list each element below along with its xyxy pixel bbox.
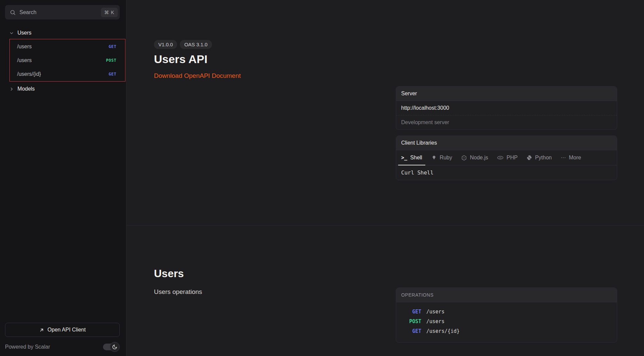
tab-php[interactable]: php PHP — [497, 150, 518, 165]
endpoint-path: /users/{id} — [17, 71, 109, 77]
svg-text:js: js — [463, 157, 465, 159]
arrow-up-right-icon — [39, 327, 44, 333]
sidebar-item-get-users[interactable]: /users GET — [10, 40, 125, 53]
powered-by-scalar-link[interactable]: Powered by Scalar — [5, 344, 50, 350]
section-heading: Users — [154, 267, 202, 280]
operation-link-post-users[interactable]: POST /users — [401, 317, 612, 326]
chevron-right-icon — [9, 87, 14, 91]
operation-link-get-users-id[interactable]: GET /users/{id} — [401, 326, 612, 336]
tab-label: Node.js — [470, 155, 488, 161]
operations-list: GET /users POST /users GET /users/{id} — [396, 302, 617, 342]
main-content: V1.0.0 OAS 3.1.0 Users API Download Open… — [126, 0, 644, 356]
server-card-title: Server — [396, 87, 617, 101]
search-input[interactable]: Search ⌘ K — [5, 5, 120, 19]
operation-link-get-users[interactable]: GET /users — [401, 307, 612, 317]
tab-label: Ruby — [440, 155, 452, 161]
client-library-snippet: Curl Shell — [396, 165, 617, 180]
php-icon: php — [497, 156, 503, 160]
method-badge: GET — [401, 326, 421, 336]
tab-label: Python — [535, 155, 552, 161]
search-icon — [10, 9, 16, 15]
nodejs-hexagon-icon: js — [461, 155, 467, 161]
dark-mode-toggle[interactable] — [103, 342, 120, 352]
chevron-down-icon — [9, 31, 14, 35]
open-api-client-button[interactable]: Open API Client — [5, 323, 120, 337]
operation-path: /users — [426, 317, 444, 326]
tab-more[interactable]: More — [561, 150, 581, 165]
page-title: Users API — [154, 53, 241, 66]
method-badge: GET — [109, 72, 116, 77]
server-card: Server http://localhost:3000 Development… — [396, 86, 617, 130]
tab-label: PHP — [506, 155, 518, 161]
sidebar-group-label: Users — [17, 30, 32, 36]
method-badge: GET — [401, 307, 421, 317]
sidebar-footer: Open API Client Powered by Scalar — [0, 323, 126, 356]
section-divider — [126, 225, 644, 225]
sidebar-nav: Users /users GET /users POST /users/{id}… — [0, 19, 126, 323]
client-libraries-card: Client Libraries >_ Shell Ruby js — [396, 136, 617, 180]
operations-card-title: OPERATIONS — [396, 288, 617, 302]
python-icon — [527, 155, 532, 160]
download-openapi-link[interactable]: Download OpenAPI Document — [154, 72, 241, 80]
search-placeholder: Search — [19, 9, 97, 15]
server-description: Development server — [396, 115, 617, 130]
tab-python[interactable]: Python — [527, 150, 552, 165]
open-api-client-label: Open API Client — [48, 327, 86, 333]
sidebar-group-label: Models — [17, 86, 35, 92]
server-url[interactable]: http://localhost:3000 — [396, 101, 617, 115]
search-shortcut-badge: ⌘ K — [101, 8, 118, 17]
section-description: Users operations — [154, 288, 202, 296]
endpoint-path: /users — [17, 44, 109, 50]
tab-nodejs[interactable]: js Node.js — [461, 150, 488, 165]
client-libraries-title: Client Libraries — [396, 136, 617, 150]
client-libraries-tabs: >_ Shell Ruby js Node.js — [396, 150, 617, 165]
version-badge: V1.0.0 — [154, 40, 177, 49]
api-intro: V1.0.0 OAS 3.1.0 Users API Download Open… — [154, 40, 241, 80]
annotation-highlight-box: /users GET /users POST /users/{id} GET — [9, 39, 125, 82]
oas-badge: OAS 3.1.0 — [180, 40, 212, 49]
method-badge: POST — [401, 317, 421, 326]
tab-label: More — [569, 155, 581, 161]
method-badge: POST — [106, 58, 116, 63]
tab-label: Shell — [410, 155, 422, 161]
operation-path: /users — [426, 307, 444, 317]
operation-path: /users/{id} — [426, 326, 460, 336]
moon-icon — [110, 342, 120, 352]
sidebar-group-users[interactable]: Users — [0, 28, 126, 38]
endpoint-path: /users — [17, 57, 106, 63]
ellipsis-icon — [561, 156, 566, 159]
operations-card: OPERATIONS GET /users POST /users GET /u… — [396, 288, 617, 343]
users-section: Users Users operations — [154, 267, 202, 296]
ruby-gem-icon — [431, 155, 437, 160]
svg-text:php: php — [499, 157, 502, 159]
sidebar-group-models[interactable]: Models — [0, 84, 126, 94]
terminal-icon: >_ — [401, 155, 407, 161]
sidebar-item-get-users-id[interactable]: /users/{id} GET — [10, 67, 125, 81]
tab-ruby[interactable]: Ruby — [431, 150, 452, 165]
tab-shell[interactable]: >_ Shell — [401, 150, 422, 165]
sidebar: Search ⌘ K Users /users GET /users POST … — [0, 0, 126, 356]
method-badge: GET — [109, 44, 116, 49]
sidebar-item-post-users[interactable]: /users POST — [10, 53, 125, 67]
